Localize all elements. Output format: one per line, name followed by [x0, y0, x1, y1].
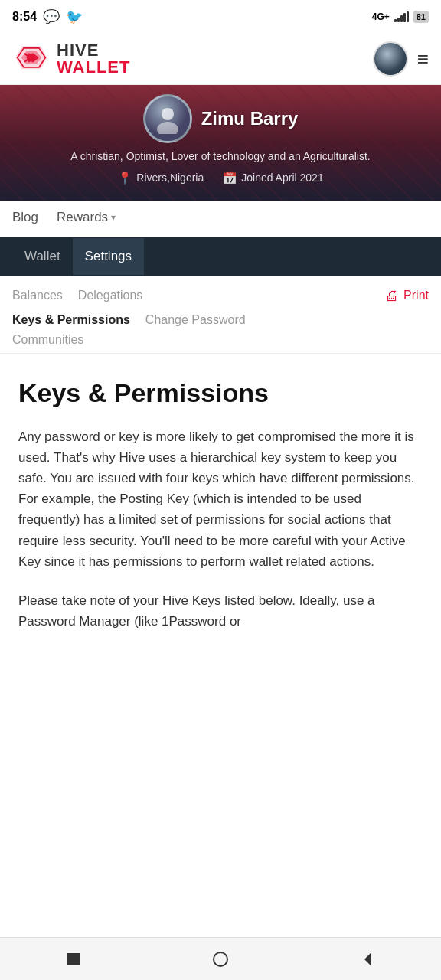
profile-avatar-inner — [145, 96, 190, 141]
stop-icon — [64, 950, 83, 969]
home-icon — [211, 950, 230, 969]
link-change-password[interactable]: Change Password — [145, 313, 246, 327]
page-title: Keys & Permissions — [18, 378, 423, 408]
print-button[interactable]: 🖨 Print — [385, 288, 429, 304]
wallet-primary-links: Balances Delegations — [12, 289, 142, 302]
tab-settings[interactable]: Settings — [73, 238, 144, 275]
chevron-down-icon: ▾ — [111, 212, 116, 223]
paragraph-2: Please take note of your Hive Keys liste… — [18, 590, 423, 632]
network-type: 4G+ — [372, 11, 390, 22]
link-balances[interactable]: Balances — [12, 289, 63, 302]
link-communities[interactable]: Communities — [12, 333, 83, 346]
user-avatar[interactable] — [373, 41, 408, 77]
logo-text: HIVE WALLET — [57, 42, 130, 76]
status-time-area: 8:54 💬 🐦 — [12, 8, 83, 25]
tab-wallet[interactable]: Wallet — [12, 238, 73, 275]
stop-button[interactable] — [58, 944, 89, 975]
signal-strength — [394, 11, 409, 22]
location-text: Rivers,Nigeria — [136, 172, 204, 184]
tab-rewards[interactable]: Rewards ▾ — [57, 201, 116, 237]
wallet-subnav-row3: Communities — [12, 333, 429, 347]
paragraph-1: Any password or key is more likely to ge… — [18, 426, 423, 572]
top-navigation: HIVE WALLET ≡ — [0, 34, 441, 85]
print-icon: 🖨 — [385, 288, 399, 304]
svg-rect-6 — [67, 953, 80, 965]
twitter-icon: 🐦 — [66, 8, 83, 25]
home-button[interactable] — [205, 944, 236, 975]
svg-point-5 — [157, 122, 178, 134]
whatsapp-icon: 💬 — [43, 8, 60, 25]
back-button[interactable] — [352, 944, 383, 975]
link-keys-permissions[interactable]: Keys & Permissions — [12, 313, 130, 327]
profile-joined: 📅 Joined April 2021 — [222, 171, 323, 185]
wallet-subnav: Balances Delegations 🖨 Print Keys & Perm… — [0, 276, 441, 354]
bottom-navigation — [0, 937, 441, 980]
profile-bio: A christian, Optimist, Lover of technolo… — [70, 149, 370, 165]
profile-location: 📍 Rivers,Nigeria — [117, 171, 204, 185]
joined-text: Joined April 2021 — [241, 172, 323, 184]
profile-avatar[interactable] — [143, 94, 192, 143]
calendar-icon: 📅 — [222, 171, 237, 185]
location-icon: 📍 — [117, 171, 132, 185]
svg-point-4 — [162, 108, 174, 120]
wallet-subnav-row1: Balances Delegations 🖨 Print — [12, 288, 429, 304]
battery-indicator: 81 — [413, 11, 429, 23]
tab-blog[interactable]: Blog — [12, 201, 38, 237]
main-content: Keys & Permissions Any password or key i… — [0, 354, 441, 681]
profile-name: Zimu Barry — [201, 108, 299, 129]
svg-marker-8 — [364, 953, 371, 965]
time-display: 8:54 — [12, 10, 37, 24]
avatar-image — [374, 43, 407, 75]
profile-banner: Zimu Barry A christian, Optimist, Lover … — [0, 85, 441, 201]
profile-metadata: 📍 Rivers,Nigeria 📅 Joined April 2021 — [117, 171, 323, 185]
menu-button[interactable]: ≡ — [417, 47, 429, 71]
wallet-subnav-row2: Keys & Permissions Change Password — [12, 313, 429, 327]
primary-tab-bar: Blog Rewards ▾ — [0, 201, 441, 237]
svg-point-7 — [214, 952, 227, 966]
status-bar: 8:54 💬 🐦 4G+ 81 — [0, 0, 441, 34]
profile-content: Zimu Barry A christian, Optimist, Lover … — [12, 94, 429, 185]
link-delegations[interactable]: Delegations — [78, 289, 143, 302]
print-label: Print — [403, 289, 429, 302]
status-indicators: 4G+ 81 — [372, 11, 429, 23]
hive-logo-icon — [12, 40, 51, 78]
secondary-tab-bar: Wallet Settings — [0, 237, 441, 276]
back-icon — [358, 950, 377, 969]
app-logo[interactable]: HIVE WALLET — [12, 40, 130, 78]
profile-header-row: Zimu Barry — [143, 94, 299, 143]
nav-actions: ≡ — [373, 41, 429, 77]
page-body: Any password or key is more likely to ge… — [18, 426, 423, 632]
